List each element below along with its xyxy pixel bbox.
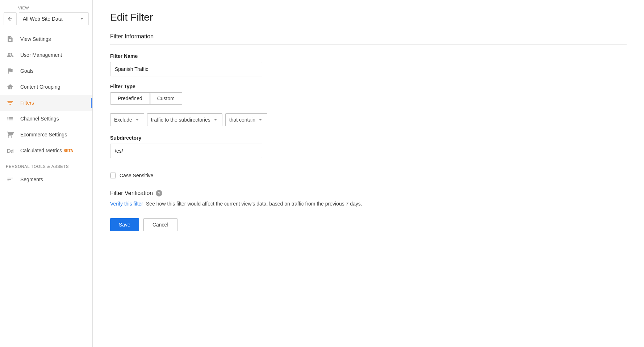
view-dropdown[interactable]: All Web Site Data: [19, 12, 89, 25]
nav-item-filters[interactable]: Filters: [0, 95, 92, 111]
nav-segments[interactable]: Segments: [0, 172, 92, 187]
button-row: Save Cancel: [110, 218, 627, 231]
nav-calculated-metrics[interactable]: Dd Calculated Metrics BETA: [0, 143, 92, 158]
hierarchy-icon: [6, 82, 14, 91]
verify-filter-link[interactable]: Verify this filter: [110, 201, 143, 207]
case-sensitive-row: Case Sensitive: [110, 173, 627, 178]
help-icon[interactable]: ?: [156, 190, 162, 196]
case-sensitive-checkbox[interactable]: [110, 173, 116, 178]
filter-info-title: Filter Information: [110, 33, 627, 45]
personal-tools-label: PERSONAL TOOLS & ASSETS: [0, 158, 92, 172]
nav-item-ecommerce-settings[interactable]: Ecommerce Settings: [0, 127, 92, 143]
cart-icon: [6, 130, 14, 139]
view-label: VIEW: [0, 6, 92, 12]
page-title: Edit Filter: [110, 12, 627, 23]
filter-type-label: Filter Type: [110, 84, 627, 89]
nav-filters[interactable]: Filters: [0, 95, 92, 111]
save-button[interactable]: Save: [110, 218, 139, 231]
main-content: Edit Filter Filter Information Filter Na…: [93, 0, 644, 347]
users-icon: [6, 51, 14, 59]
filter-icon: [6, 98, 14, 107]
nav-label-user-management: User Management: [20, 52, 62, 58]
nav-content-grouping[interactable]: Content Grouping: [0, 79, 92, 95]
filter-type-toggle: Predefined Custom: [110, 92, 182, 105]
nav-item-user-management[interactable]: User Management: [0, 47, 92, 63]
nav-item-view-settings[interactable]: View Settings: [0, 31, 92, 47]
subdirectory-label: Subdirectory: [110, 135, 627, 141]
nav-label-calculated-metrics: Calculated Metrics: [20, 148, 62, 153]
nav-user-management[interactable]: User Management: [0, 47, 92, 63]
beta-badge: BETA: [63, 149, 73, 153]
nav-item-content-grouping[interactable]: Content Grouping: [0, 79, 92, 95]
segments-icon: [6, 175, 14, 184]
channel-icon: [6, 114, 14, 123]
filter-verification-section: Filter Verification ? Verify this filter…: [110, 190, 627, 207]
nav-ecommerce-settings[interactable]: Ecommerce Settings: [0, 127, 92, 143]
filter-type-section: Filter Type Predefined Custom: [110, 84, 627, 105]
nav-label-ecommerce-settings: Ecommerce Settings: [20, 132, 67, 137]
nav-label-view-settings: View Settings: [20, 36, 51, 42]
nav-item-goals[interactable]: Goals: [0, 63, 92, 79]
document-icon: [6, 35, 14, 43]
filter-options-row: Exclude traffic to the subdirectories th…: [110, 113, 627, 126]
nav-item-calculated-metrics[interactable]: Dd Calculated Metrics BETA: [0, 143, 92, 158]
view-selector-row: All Web Site Data: [4, 12, 89, 25]
cancel-button[interactable]: Cancel: [143, 218, 177, 231]
exclude-dropdown[interactable]: Exclude: [110, 113, 144, 126]
predefined-toggle-btn[interactable]: Predefined: [110, 93, 150, 104]
traffic-dropdown[interactable]: traffic to the subdirectories: [147, 113, 222, 126]
nav-goals[interactable]: Goals: [0, 63, 92, 79]
exclude-label: Exclude: [114, 117, 132, 123]
verify-description: See how this filter would affect the cur…: [146, 201, 362, 207]
verification-title: Filter Verification ?: [110, 190, 627, 196]
nav-label-filters: Filters: [20, 100, 34, 106]
nav-label-channel-settings: Channel Settings: [20, 116, 59, 122]
dd-icon: Dd: [6, 146, 14, 155]
back-button[interactable]: [4, 12, 17, 25]
case-sensitive-label: Case Sensitive: [120, 173, 153, 178]
nav-channel-settings[interactable]: Channel Settings: [0, 111, 92, 127]
filter-name-input[interactable]: [110, 62, 262, 76]
view-dropdown-label: All Web Site Data: [23, 16, 62, 22]
nav-item-segments[interactable]: Segments: [0, 172, 92, 187]
custom-toggle-btn[interactable]: Custom: [150, 93, 182, 104]
verification-title-text: Filter Verification: [110, 190, 153, 196]
nav-label-segments: Segments: [20, 177, 43, 182]
subdirectory-section: Subdirectory: [110, 135, 627, 165]
flag-icon: [6, 67, 14, 75]
sidebar: VIEW All Web Site Data View Settings Use…: [0, 0, 93, 347]
subdirectory-input[interactable]: [110, 144, 262, 158]
nav-view-settings[interactable]: View Settings: [0, 31, 92, 47]
nav-item-channel-settings[interactable]: Channel Settings: [0, 111, 92, 127]
filter-name-label: Filter Name: [110, 53, 627, 59]
that-contain-label: that contain: [229, 117, 255, 123]
that-contain-dropdown[interactable]: that contain: [225, 113, 267, 126]
traffic-label: traffic to the subdirectories: [151, 117, 210, 123]
nav-label-goals: Goals: [20, 68, 34, 74]
nav-label-content-grouping: Content Grouping: [20, 84, 60, 90]
verification-text: Verify this filter See how this filter w…: [110, 201, 627, 207]
